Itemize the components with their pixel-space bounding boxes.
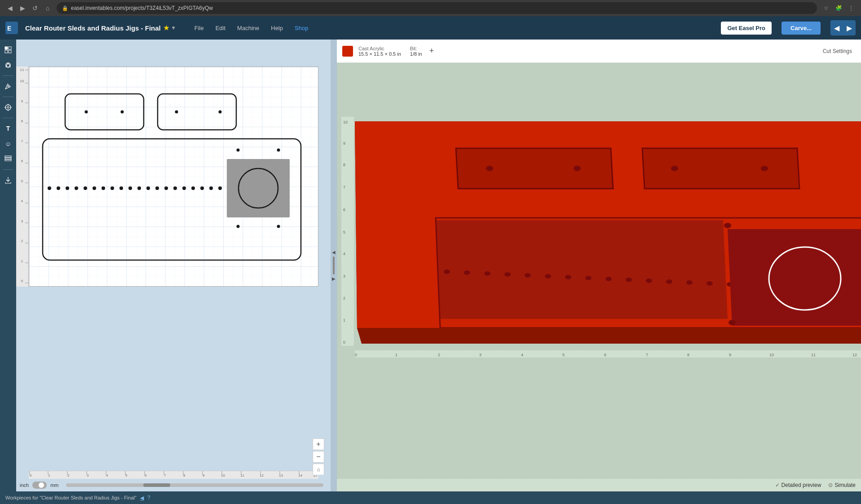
svg-point-138 (605, 277, 612, 281)
toolbar-separator-3 (3, 118, 13, 118)
home-button[interactable]: ⌂ (42, 3, 53, 13)
scroll-thumb[interactable] (143, 483, 170, 487)
cut-settings-button[interactable]: Cut Settings (819, 46, 856, 56)
zoom-out-button[interactable]: − (313, 451, 324, 463)
svg-text:10: 10 (343, 120, 348, 124)
workpiece-link[interactable]: ◀ (140, 495, 144, 501)
emoji-tool-button[interactable]: ☺ (1, 137, 15, 150)
detailed-preview-button[interactable]: ✓ Detailed preview (775, 482, 821, 488)
zoom-fit-button[interactable]: ⌂ (313, 464, 324, 475)
svg-point-67 (173, 186, 177, 190)
nav-shop[interactable]: Shop (289, 22, 313, 34)
svg-rect-74 (227, 159, 290, 217)
svg-point-125 (486, 166, 493, 171)
svg-text:11: 11 (20, 68, 24, 72)
svg-point-143 (706, 281, 713, 286)
svg-marker-122 (456, 148, 613, 189)
svg-text:1: 1 (48, 473, 50, 477)
menu-icon[interactable]: ⋮ (846, 3, 857, 13)
forward-button[interactable]: ▶ (17, 3, 28, 13)
svg-text:10: 10 (221, 473, 225, 477)
preview-toolbar: Cast Acrylic 15.5 × 11.5 × 0.5 in Bit: 1… (337, 40, 861, 63)
svg-text:2: 2 (438, 353, 440, 357)
svg-text:1: 1 (343, 318, 345, 323)
svg-text:3: 3 (21, 219, 23, 223)
reload-button[interactable]: ↺ (30, 3, 40, 13)
star-icon[interactable]: ☆ (821, 3, 831, 13)
text-icon: T (6, 125, 10, 132)
unit-toggle-switch[interactable] (32, 482, 47, 489)
left-arrow-button[interactable]: ◀ (830, 20, 843, 35)
svg-point-50 (175, 111, 178, 114)
svg-point-78 (237, 225, 240, 228)
svg-text:10: 10 (769, 353, 774, 357)
main-layout: T ☺ 0 1 (0, 40, 861, 491)
svg-text:9: 9 (21, 99, 23, 103)
bit-label: Bit: (410, 46, 422, 51)
pen-tool-button[interactable] (1, 80, 15, 93)
simulate-icon: ⊙ (828, 482, 833, 488)
svg-point-61 (119, 186, 123, 190)
panel-divider[interactable]: ◀ ▶ (331, 40, 337, 491)
nav-file[interactable]: File (189, 22, 209, 34)
project-star-icon[interactable]: ★ (163, 24, 169, 31)
select-tool-button[interactable] (1, 43, 15, 57)
layers-tool-button[interactable] (1, 152, 15, 166)
nav-help[interactable]: Help (265, 22, 288, 34)
svg-text:5: 5 (343, 230, 345, 234)
svg-point-133 (504, 272, 511, 277)
svg-text:5: 5 (125, 473, 128, 477)
right-arrow-button[interactable]: ▶ (843, 20, 856, 35)
preview-3d-canvas[interactable]: 0 1 2 3 4 5 6 7 8 9 10 11 12 13 14 10 9 … (337, 63, 861, 479)
carve-button[interactable]: Carve... (782, 22, 821, 35)
back-button[interactable]: ◀ (4, 3, 15, 13)
add-cut-settings-icon[interactable]: + (429, 46, 434, 56)
workpiece-text: Workpieces for "Clear Router Sleds and R… (5, 495, 137, 500)
svg-point-48 (121, 111, 124, 114)
svg-point-153 (724, 223, 731, 228)
header-arrow-buttons: ◀ ▶ (830, 20, 856, 35)
simulate-button[interactable]: ⊙ Simulate (828, 482, 856, 488)
svg-text:11: 11 (811, 353, 816, 357)
svg-text:8: 8 (183, 473, 185, 477)
svg-point-54 (57, 186, 60, 190)
svg-point-69 (191, 186, 195, 190)
import-tool-button[interactable] (1, 173, 15, 187)
project-dropdown-icon[interactable]: ▾ (172, 25, 175, 31)
svg-text:7: 7 (646, 353, 648, 357)
nav-machine[interactable]: Machine (232, 22, 265, 34)
text-tool-button[interactable]: T (1, 122, 15, 135)
svg-point-55 (66, 186, 69, 190)
get-easel-pro-button[interactable]: Get Easel Pro (721, 22, 772, 35)
svg-point-66 (164, 186, 168, 190)
svg-text:9: 9 (343, 141, 345, 146)
nav-edit[interactable]: Edit (210, 22, 231, 34)
svg-point-136 (565, 275, 571, 279)
detailed-preview-label: Detailed preview (782, 482, 821, 488)
svg-point-60 (110, 186, 114, 190)
shape-tool-button[interactable] (1, 58, 15, 72)
canvas-area[interactable]: 0 1 2 3 4 5 6 7 8 9 10 11 (16, 40, 331, 491)
target-tool-button[interactable] (1, 101, 15, 114)
bit-info: Bit: 1/8 in (410, 46, 422, 57)
project-title: Clear Router Sleds and Radius Jigs - Fin… (25, 24, 175, 32)
svg-text:1: 1 (395, 353, 397, 357)
svg-text:6: 6 (604, 353, 606, 357)
svg-point-134 (525, 273, 531, 278)
help-icon[interactable]: ? (147, 495, 150, 501)
svg-text:12: 12 (852, 353, 857, 357)
canvas-grid[interactable] (29, 66, 318, 287)
extensions-icon[interactable]: 🧩 (833, 3, 844, 13)
scroll-bar[interactable] (66, 483, 323, 487)
zoom-in-button[interactable]: + (313, 438, 324, 450)
svg-point-71 (209, 186, 213, 190)
svg-point-126 (574, 166, 581, 171)
svg-text:0: 0 (343, 340, 345, 345)
svg-point-58 (93, 186, 96, 190)
browser-nav-buttons: ◀ ▶ ↺ ⌂ (4, 3, 53, 13)
svg-point-140 (646, 279, 652, 283)
svg-text:4: 4 (521, 353, 523, 357)
svg-rect-80 (29, 471, 318, 479)
svg-rect-5 (9, 50, 11, 53)
address-bar[interactable]: 🔒 easel.inventables.com/projects/T3Z4iL5… (57, 2, 817, 14)
